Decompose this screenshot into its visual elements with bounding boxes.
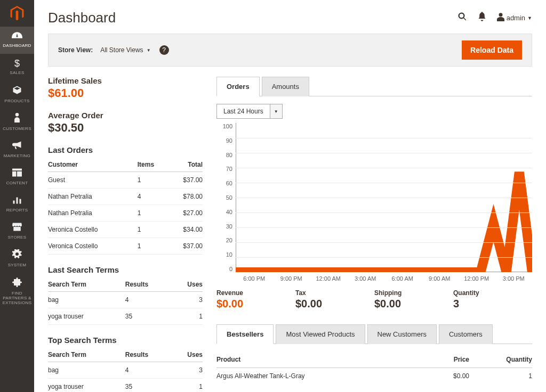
store-view-label: Store View:: [58, 46, 93, 54]
table-cell: Guest: [48, 172, 138, 189]
person-icon: [13, 113, 21, 125]
tab-customers[interactable]: Customers: [439, 324, 493, 344]
bell-icon[interactable]: [478, 12, 486, 24]
stat-value: $30.50: [48, 121, 203, 135]
reload-data-button[interactable]: Reload Data: [462, 40, 522, 60]
sidebar-label: REPORTS: [6, 208, 28, 213]
table-row[interactable]: Guest1$37.00: [48, 172, 203, 189]
last-orders-table: Customer Items Total Guest1$37.00Nathan …: [48, 158, 203, 255]
table-cell: Nathan Petralia: [48, 205, 138, 222]
sidebar-item-dashboard[interactable]: DASHBOARD: [0, 27, 34, 54]
sidebar-item-reports[interactable]: REPORTS: [0, 191, 34, 218]
x-tick: 12:00 AM: [310, 275, 347, 282]
sidebar-item-sales[interactable]: $ SALES: [0, 54, 34, 81]
stat-value: $61.00: [48, 86, 203, 100]
table-cell: Veronica Costello: [48, 238, 138, 255]
sidebar-item-partners[interactable]: FIND PARTNERS & EXTENSIONS: [0, 273, 34, 311]
table-row[interactable]: Nathan Petralia1$27.00: [48, 205, 203, 222]
tab-new-customers[interactable]: New Customers: [367, 324, 437, 344]
table-cell: 1: [469, 368, 532, 385]
megaphone-icon: [12, 141, 22, 152]
y-tick: 100: [223, 123, 232, 129]
section-title: Last Search Terms: [48, 265, 203, 274]
magento-logo[interactable]: [0, 0, 34, 27]
tab-amounts[interactable]: Amounts: [262, 77, 309, 96]
table-cell: $34.00: [167, 222, 203, 238]
table-cell: 3: [172, 362, 203, 379]
table-cell: Veronica Costello: [48, 222, 138, 238]
table-cell: 4: [138, 189, 167, 205]
store-view-value: All Store Views: [100, 46, 143, 54]
table-cell: 1: [138, 172, 167, 189]
table-cell: bag: [48, 292, 125, 308]
table-row[interactable]: Veronica Costello1$37.00: [48, 238, 203, 255]
stat-label: Lifetime Sales: [48, 76, 203, 85]
puzzle-icon: [12, 277, 22, 290]
x-tick: 3:00 AM: [347, 275, 384, 282]
col-header: Uses: [172, 277, 203, 292]
col-header: Search Term: [48, 277, 125, 292]
table-row[interactable]: Argus All-Weather Tank-L-Gray$0.001: [216, 368, 532, 385]
y-tick: 60: [226, 180, 232, 186]
y-tick: 90: [226, 137, 232, 144]
sidebar-label: DASHBOARD: [3, 44, 31, 48]
sidebar-item-customers[interactable]: CUSTOMERS: [0, 109, 34, 137]
summary-label: Quantity: [453, 289, 532, 297]
last-search-table: Search Term Results Uses bag43yoga trous…: [48, 277, 203, 325]
table-cell: 4: [125, 362, 172, 379]
sidebar-label: CUSTOMERS: [3, 127, 31, 132]
account-menu[interactable]: admin ▼: [497, 13, 532, 23]
timeframe-value: Last 24 Hours: [217, 104, 270, 118]
last-orders-block: Last Orders Customer Items Total Guest1$…: [48, 145, 203, 255]
x-tick: 6:00 AM: [384, 275, 421, 282]
y-tick: 80: [226, 152, 232, 158]
y-tick: 40: [226, 209, 232, 215]
sidebar-label: MARKETING: [4, 154, 30, 159]
sidebar-item-products[interactable]: PRODUCTS: [0, 81, 34, 109]
search-icon[interactable]: [457, 12, 467, 24]
orders-chart: 1009080706050403020100 6:00 PM9:00 PM12:…: [216, 123, 532, 282]
col-header: Results: [125, 348, 172, 362]
sidebar-item-stores[interactable]: STORES: [0, 218, 34, 246]
tab-bestsellers[interactable]: Bestsellers: [216, 324, 274, 344]
col-header: Product: [216, 352, 430, 368]
table-cell: 1: [172, 308, 203, 325]
table-cell: $0.00: [430, 368, 469, 385]
col-header: Total: [167, 158, 203, 172]
table-row[interactable]: bag43: [48, 362, 203, 379]
table-cell: yoga trouser: [48, 379, 125, 393]
sidebar-item-system[interactable]: SYSTEM: [0, 245, 34, 273]
tab-orders[interactable]: Orders: [216, 77, 260, 96]
table-row[interactable]: Nathan Petralia4$78.00: [48, 189, 203, 205]
table-cell: bag: [48, 362, 125, 379]
table-row[interactable]: yoga trouser351: [48, 379, 203, 393]
store-view-select[interactable]: All Store Views ▼: [100, 46, 150, 54]
top-search-block: Top Search Terms Search Term Results Use…: [48, 336, 203, 392]
sidebar-label: PRODUCTS: [4, 99, 29, 104]
table-row[interactable]: Veronica Costello1$34.00: [48, 222, 203, 238]
chevron-down-icon: ▼: [147, 48, 151, 53]
admin-sidebar: DASHBOARD $ SALES PRODUCTS CUSTOMERS MAR…: [0, 0, 34, 392]
last-search-block: Last Search Terms Search Term Results Us…: [48, 265, 203, 325]
table-row[interactable]: bag43: [48, 292, 203, 308]
tab-most-viewed[interactable]: Most Viewed Products: [276, 324, 365, 344]
timeframe-select[interactable]: Last 24 Hours ▼: [216, 104, 283, 119]
table-cell: 3: [172, 292, 203, 308]
x-tick: 6:00 PM: [236, 275, 273, 282]
table-cell: 1: [138, 222, 167, 238]
summary-label: Tax: [295, 289, 374, 297]
col-header: Uses: [172, 348, 203, 362]
table-cell: yoga trouser: [48, 308, 125, 325]
table-cell: $27.00: [167, 205, 203, 222]
x-tick: 9:00 PM: [273, 275, 310, 282]
sidebar-item-content[interactable]: CONTENT: [0, 164, 34, 191]
table-cell: $78.00: [167, 189, 203, 205]
table-cell: 1: [172, 379, 203, 393]
table-cell: Argus All-Weather Tank-L-Gray: [216, 368, 430, 385]
sidebar-item-marketing[interactable]: MARKETING: [0, 137, 34, 164]
help-icon[interactable]: ?: [159, 45, 169, 55]
table-cell: 1: [138, 205, 167, 222]
table-row[interactable]: yoga trouser351: [48, 308, 203, 325]
user-icon: [497, 13, 504, 23]
sidebar-label: STORES: [8, 235, 27, 240]
